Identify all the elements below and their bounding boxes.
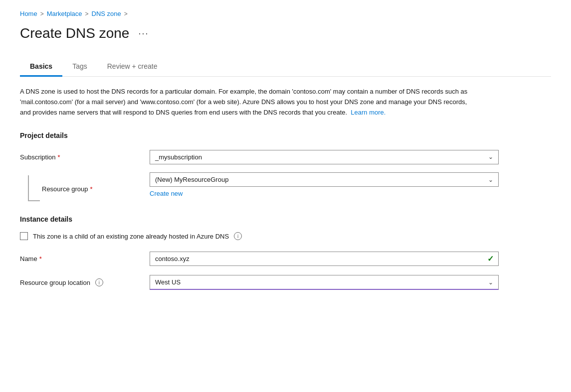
instance-details-section: Instance details This zone is a child of…	[20, 215, 551, 291]
breadcrumb-dns-zone[interactable]: DNS zone	[92, 10, 121, 17]
subscription-label: Subscription *	[20, 153, 150, 161]
subscription-control: _mysubscription ⌄	[150, 150, 499, 164]
more-options-button[interactable]: ···	[135, 27, 152, 40]
tab-bar: Basics Tags Review + create	[20, 57, 551, 77]
name-input[interactable]	[150, 252, 499, 266]
page-title: Create DNS zone	[20, 25, 129, 41]
resource-group-dropdown[interactable]: (New) MyResourceGroup ⌄	[150, 172, 499, 187]
child-zone-info-icon[interactable]: i	[234, 232, 242, 240]
breadcrumb-home[interactable]: Home	[20, 10, 37, 17]
location-value: West US	[155, 278, 181, 286]
location-dropdown[interactable]: West US ⌄	[150, 275, 499, 290]
location-row: Resource group location i West US ⌄	[20, 274, 551, 291]
child-zone-row: This zone is a child of an existing zone…	[20, 232, 551, 240]
project-details-title: Project details	[20, 131, 551, 139]
name-label: Name *	[20, 255, 150, 262]
location-label: Resource group location i	[20, 278, 150, 286]
project-details-section: Project details Subscription * _mysubscr…	[20, 131, 551, 201]
location-info-icon[interactable]: i	[95, 278, 103, 286]
location-control: West US ⌄	[150, 275, 499, 290]
learn-more-link[interactable]: Learn more.	[351, 109, 385, 116]
resource-group-required: *	[90, 185, 93, 193]
subscription-required: *	[58, 153, 60, 161]
page-title-row: Create DNS zone ···	[20, 25, 551, 41]
breadcrumb-marketplace[interactable]: Marketplace	[47, 10, 82, 17]
description-text: A DNS zone is used to host the DNS recor…	[20, 87, 469, 118]
resource-group-value: (New) MyResourceGroup	[155, 176, 228, 183]
child-zone-checkbox[interactable]	[20, 232, 28, 240]
breadcrumb-sep-2: >	[85, 10, 89, 17]
create-new-link[interactable]: Create new	[150, 190, 183, 197]
resource-group-chevron: ⌄	[488, 176, 493, 183]
instance-details-title: Instance details	[20, 215, 551, 223]
subscription-chevron: ⌄	[488, 153, 493, 160]
name-required: *	[39, 255, 42, 262]
breadcrumb-sep-3: >	[124, 10, 128, 17]
tab-review-create[interactable]: Review + create	[97, 57, 168, 77]
resource-group-control: (New) MyResourceGroup ⌄ Create new	[150, 172, 499, 197]
subscription-dropdown[interactable]: _mysubscription ⌄	[150, 150, 499, 164]
child-zone-label: This zone is a child of an existing zone…	[33, 233, 229, 240]
breadcrumb: Home > Marketplace > DNS zone >	[20, 10, 551, 17]
location-chevron: ⌄	[488, 279, 493, 286]
breadcrumb-sep-1: >	[40, 10, 44, 17]
name-valid-icon: ✓	[487, 254, 494, 263]
name-control: ✓	[150, 252, 499, 266]
name-input-wrapper: ✓	[150, 252, 499, 266]
tab-tags[interactable]: Tags	[62, 57, 97, 77]
tab-basics[interactable]: Basics	[20, 57, 62, 77]
subscription-row: Subscription * _mysubscription ⌄	[20, 148, 551, 165]
name-row: Name * ✓	[20, 250, 551, 267]
subscription-value: _mysubscription	[155, 153, 202, 161]
